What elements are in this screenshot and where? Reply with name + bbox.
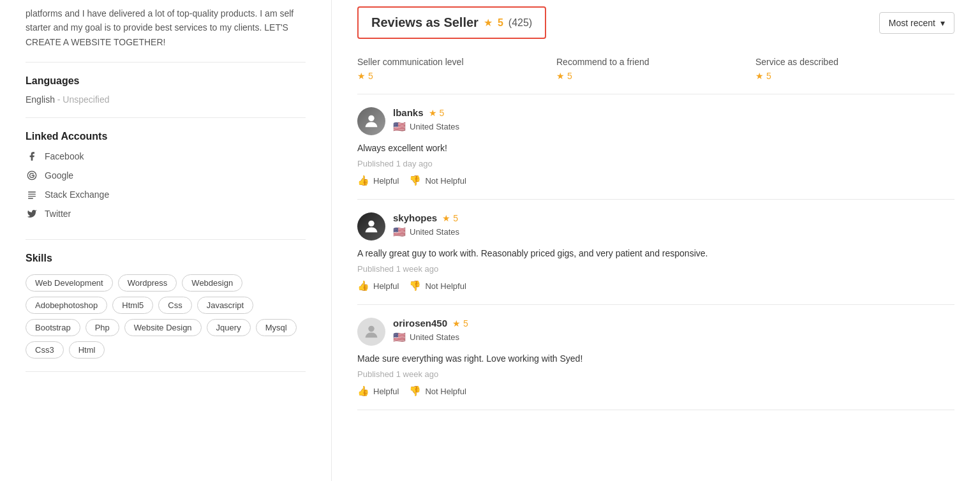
right-panel: Reviews as Seller ★ 5 (425) Most recent … — [332, 0, 980, 481]
reviews-title: Reviews as Seller — [371, 15, 479, 30]
svg-rect-1 — [28, 192, 36, 193]
review-text-orirosen: Made sure everything was right. Love wor… — [357, 352, 954, 366]
skill-webdesign[interactable]: Webdesign — [182, 274, 242, 292]
sort-arrow-icon: ▾ — [940, 18, 945, 28]
helpful-label-orirosen: Helpful — [373, 387, 399, 396]
category-communication-star: ★ — [357, 71, 366, 81]
review-date-orirosen: Published 1 week ago — [357, 369, 954, 379]
helpful-label-skyhopes: Helpful — [373, 281, 399, 291]
review-text-lbanks: Always excellent work! — [357, 142, 954, 155]
helpful-btn-orirosen[interactable]: 👍 Helpful — [357, 385, 399, 397]
reviewer-info-lbanks: lbanks ★ 5 🇺🇸 United States — [393, 107, 459, 133]
reviewer-country-orirosen: 🇺🇸 United States — [393, 331, 468, 343]
review-item-orirosen: orirosen450 ★ 5 🇺🇸 United States Made su… — [357, 305, 954, 410]
country-orirosen: United States — [410, 332, 459, 342]
facebook-label: Facebook — [45, 151, 84, 161]
skill-jquery[interactable]: Jquery — [207, 319, 251, 336]
helpful-label-lbanks: Helpful — [373, 176, 399, 186]
reviewer-score-skyhopes: 5 — [453, 213, 458, 223]
review-item-skyhopes: skyhopes ★ 5 🇺🇸 United States A really g… — [357, 200, 954, 305]
category-communication-label: Seller communication level — [357, 57, 556, 67]
reviewer-country-lbanks: 🇺🇸 United States — [393, 121, 459, 133]
review-actions-orirosen: 👍 Helpful 👎 Not Helpful — [357, 385, 954, 397]
reviewer-header-lbanks: lbanks ★ 5 🇺🇸 United States — [357, 107, 954, 135]
reviewer-score-lbanks: 5 — [440, 108, 445, 118]
google-icon — [26, 169, 38, 182]
category-communication: Seller communication level ★ 5 — [357, 57, 556, 81]
facebook-icon — [26, 150, 38, 163]
skill-bootstrap[interactable]: Bootstrap — [26, 319, 80, 336]
svg-rect-3 — [28, 196, 36, 196]
thumbs-down-icon-skyhopes: 👎 — [409, 280, 421, 292]
skill-website-design[interactable]: Website Design — [124, 319, 202, 336]
linked-account-google[interactable]: Google — [26, 169, 306, 182]
skill-html5[interactable]: Html5 — [112, 297, 153, 314]
skill-web-development[interactable]: Web Development — [26, 274, 113, 292]
not-helpful-btn-skyhopes[interactable]: 👎 Not Helpful — [409, 280, 466, 292]
language-row: English - Unspecified — [26, 94, 306, 105]
flag-lbanks: 🇺🇸 — [393, 121, 406, 133]
category-service-star: ★ — [755, 71, 764, 81]
avatar-skyhopes — [357, 212, 385, 241]
reviewer-name-row-lbanks: lbanks ★ 5 — [393, 107, 459, 118]
linked-account-twitter[interactable]: Twitter — [26, 207, 306, 220]
reviewer-rating-lbanks: ★ 5 — [429, 108, 445, 118]
category-recommend-value: 5 — [567, 71, 572, 81]
left-panel: platforms and I have delivered a lot of … — [0, 0, 332, 481]
skill-css3[interactable]: Css3 — [26, 341, 64, 359]
skills-section: Skills Web Development Wordpress Webdesi… — [26, 240, 306, 372]
linked-accounts-section: Linked Accounts Facebook Google Stack Ex… — [26, 118, 306, 240]
thumbs-up-icon-orirosen: 👍 — [357, 385, 369, 397]
skill-mysql[interactable]: Mysql — [256, 319, 297, 336]
not-helpful-btn-orirosen[interactable]: 👎 Not Helpful — [409, 385, 466, 397]
reviewer-name-row-orirosen: orirosen450 ★ 5 — [393, 318, 468, 329]
country-lbanks: United States — [410, 122, 459, 131]
reviewer-star-lbanks: ★ — [429, 108, 437, 118]
country-skyhopes: United States — [410, 227, 459, 237]
svg-rect-4 — [28, 198, 33, 199]
helpful-btn-lbanks[interactable]: 👍 Helpful — [357, 175, 399, 186]
linked-account-facebook[interactable]: Facebook — [26, 150, 306, 163]
skills-title: Skills — [26, 253, 306, 264]
reviewer-star-orirosen: ★ — [452, 318, 461, 329]
not-helpful-btn-lbanks[interactable]: 👎 Not Helpful — [409, 175, 466, 186]
reviewer-rating-orirosen: ★ 5 — [452, 318, 468, 329]
skill-adobephotoshop[interactable]: Adobephotoshop — [26, 297, 107, 314]
thumbs-up-icon-skyhopes: 👍 — [357, 280, 369, 292]
reviewer-country-skyhopes: 🇺🇸 United States — [393, 226, 459, 238]
sort-dropdown[interactable]: Most recent ▾ — [879, 12, 954, 34]
reviews-rating: 5 — [498, 17, 503, 29]
reviewer-name-row-skyhopes: skyhopes ★ 5 — [393, 212, 459, 223]
sort-label: Most recent — [889, 18, 935, 28]
thumbs-up-icon-lbanks: 👍 — [357, 175, 369, 186]
reviewer-name-skyhopes: skyhopes — [393, 212, 437, 223]
category-service-label: Service as described — [755, 57, 954, 67]
skill-php[interactable]: Php — [85, 319, 119, 336]
review-actions-skyhopes: 👍 Helpful 👎 Not Helpful — [357, 280, 954, 292]
category-service-value: 5 — [766, 71, 771, 81]
reviewer-header-skyhopes: skyhopes ★ 5 🇺🇸 United States — [357, 212, 954, 241]
skill-css[interactable]: Css — [158, 297, 191, 314]
linked-accounts-title: Linked Accounts — [26, 131, 306, 142]
category-recommend: Recommend to a friend ★ 5 — [556, 57, 755, 81]
skill-wordpress[interactable]: Wordpress — [118, 274, 177, 292]
reviewer-star-skyhopes: ★ — [442, 213, 450, 223]
google-label: Google — [45, 170, 73, 181]
svg-point-6 — [368, 221, 374, 226]
skill-javascript[interactable]: Javascript — [197, 297, 254, 314]
svg-point-5 — [368, 115, 374, 121]
flag-skyhopes: 🇺🇸 — [393, 226, 406, 238]
reviewer-score-orirosen: 5 — [463, 318, 468, 329]
twitter-icon — [26, 207, 38, 220]
category-communication-score: ★ 5 — [357, 71, 556, 81]
reviewer-info-orirosen: orirosen450 ★ 5 🇺🇸 United States — [393, 318, 468, 343]
category-service: Service as described ★ 5 — [755, 57, 954, 81]
skill-html[interactable]: Html — [69, 341, 105, 359]
languages-title: Languages — [26, 75, 306, 87]
language-name: English — [26, 94, 55, 105]
linked-account-stack-exchange[interactable]: Stack Exchange — [26, 188, 306, 201]
thumbs-down-icon-lbanks: 👎 — [409, 175, 421, 186]
reviews-header: Reviews as Seller ★ 5 (425) Most recent … — [357, 0, 954, 49]
category-service-score: ★ 5 — [755, 71, 954, 81]
helpful-btn-skyhopes[interactable]: 👍 Helpful — [357, 280, 399, 292]
